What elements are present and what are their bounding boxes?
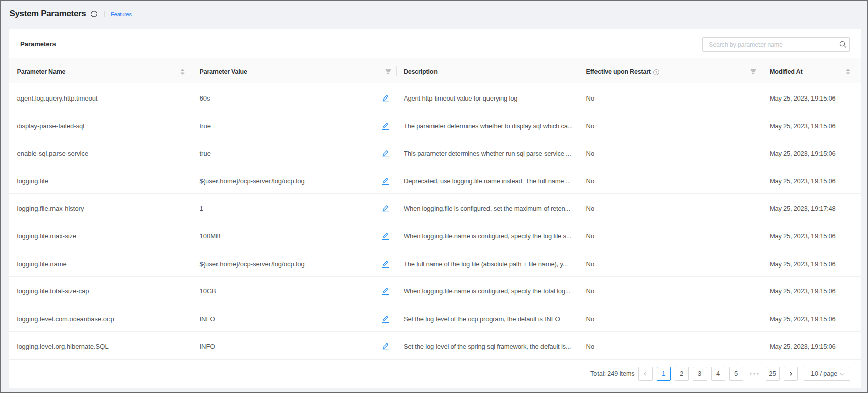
svg-text:?: ? bbox=[655, 70, 657, 74]
